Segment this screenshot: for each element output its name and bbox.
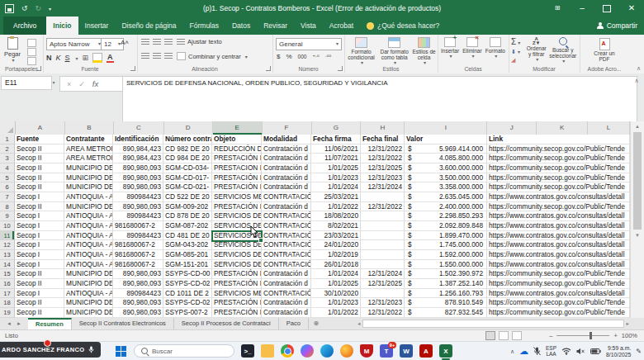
editing-button-1[interactable]: Buscar y seleccionar▾	[547, 37, 578, 64]
cell[interactable]: ANTIOQUIA - A	[64, 192, 113, 202]
cell-link[interactable]: https://www.contratos.gov.co/consultas/d…	[487, 211, 630, 221]
cell[interactable]: Contratación d	[262, 279, 311, 289]
cell[interactable]: Secop I	[15, 250, 64, 260]
cell[interactable]	[361, 250, 405, 260]
new-sheet-icon[interactable]: ⊕	[309, 318, 324, 329]
cell-valor[interactable]: $5.969.414.000	[405, 144, 487, 154]
cell[interactable]: SGM-CD-021-	[163, 182, 212, 192]
normal-view-icon[interactable]	[485, 331, 495, 340]
row-header-13[interactable]: 13	[0, 250, 15, 260]
cell[interactable]: CD 1011 DE 2	[163, 289, 212, 299]
cell-link[interactable]: https://www.contratos.gov.co/consultas/d…	[487, 260, 630, 270]
row-header-9[interactable]: 9	[0, 211, 15, 221]
share-button[interactable]: Compartir	[597, 17, 637, 35]
cell[interactable]: Secop II	[15, 163, 64, 173]
cell[interactable]: SSYPS-CD-02	[163, 298, 212, 308]
speaker-icon[interactable]	[576, 348, 585, 355]
percent-format-icon[interactable]: %	[286, 53, 291, 60]
cell[interactable]: Secop II	[15, 144, 64, 154]
increase-decimal-icon[interactable]: ⁺·⁰	[312, 54, 319, 60]
column-header-B[interactable]: B	[65, 121, 114, 135]
cell[interactable]: 1/01/2025	[311, 279, 361, 289]
clear-icon[interactable]: ◢	[511, 57, 520, 64]
styles-button-1[interactable]: Dar formato como tabla▾	[376, 37, 412, 66]
start-button[interactable]	[116, 346, 126, 357]
zoom-slider[interactable]	[556, 335, 609, 336]
column-header-L[interactable]: L	[588, 121, 630, 135]
cell[interactable]	[361, 240, 405, 250]
column-header-K[interactable]: K	[537, 121, 588, 135]
cell[interactable]: SERVICIOS DE	[212, 250, 262, 260]
cancel-entry-icon[interactable]: ×	[67, 80, 71, 88]
column-header-E[interactable]: E	[213, 121, 263, 135]
row-header-12[interactable]: 12	[0, 240, 15, 250]
cell[interactable]: CD 984 DE 20	[163, 154, 212, 163]
taskbar-word-icon[interactable]: W	[400, 344, 413, 358]
column-header-C[interactable]: C	[114, 121, 164, 135]
cell[interactable]: 11/06/2021	[311, 144, 361, 154]
header-cell-identificaci-n[interactable]: Identificación	[113, 135, 163, 144]
cell[interactable]: SGM-009-202	[163, 202, 212, 212]
sheet-tab-secop-ii-procesos-de-contratac-[interactable]: Secop II Procesos de Contratací	[174, 318, 279, 329]
cell-valor[interactable]: $1.550.000.000	[405, 260, 487, 270]
cell-valor[interactable]: $4.085.800.000	[405, 154, 487, 163]
cell-link[interactable]: https://www.contratos.gov.co/consultas/d…	[487, 231, 630, 241]
cell-link[interactable]: https://community.secop.gov.co/Public/Te…	[487, 308, 630, 318]
align-top-icon[interactable]	[141, 39, 149, 45]
taskbar-mcafee-icon[interactable]: M	[360, 344, 373, 358]
cell[interactable]: SGM-087-202	[163, 221, 212, 231]
cell-valor[interactable]: $1.592.000.000	[405, 250, 487, 260]
cell[interactable]: MUNICIPIO DE	[64, 182, 113, 192]
notification-pen-icon[interactable]: ✎	[636, 348, 642, 355]
row-header-19[interactable]: 19	[0, 308, 15, 318]
cell[interactable]: Secop I	[15, 289, 64, 299]
cell[interactable]: 890984423	[113, 231, 163, 241]
cell[interactable]: 12/31/2022	[361, 144, 405, 154]
taskbar-photos-icon[interactable]	[301, 344, 314, 358]
row-header-11[interactable]: 11	[0, 231, 15, 241]
create-pdf-button[interactable]: Crear un PDF	[590, 38, 619, 63]
cell[interactable]: PRESTACIÓN DE	[212, 154, 262, 163]
cell[interactable]: ANTIOQUIA - A	[64, 289, 113, 299]
cell[interactable]: PRESTACIÓN DE	[212, 269, 262, 279]
confirm-entry-icon[interactable]: ✓	[78, 80, 85, 88]
row-header-3[interactable]: 3	[0, 154, 15, 163]
copy-icon[interactable]	[27, 48, 36, 56]
sheet-tab-secop-ii-contratos-electronicos[interactable]: Secop II Contratos Electronicos	[72, 318, 174, 329]
minimize-button[interactable]: –	[570, 0, 594, 17]
alignment-dialog-launcher-icon[interactable]	[266, 66, 271, 71]
row-header-1[interactable]: 1	[0, 135, 15, 144]
cell[interactable]: MUNICIPIO DE	[64, 279, 113, 289]
column-header-H[interactable]: H	[361, 121, 405, 135]
taskbar-edge-icon[interactable]	[320, 344, 334, 358]
column-header-G[interactable]: G	[312, 121, 362, 135]
cell[interactable]: PRESTACIÓN DE	[212, 182, 262, 192]
save-icon[interactable]	[5, 4, 14, 13]
cell[interactable]: MUNICIPIO DE	[64, 173, 113, 183]
cell[interactable]: Secop II	[15, 173, 64, 183]
cell-valor[interactable]: $827.932.545	[405, 308, 487, 318]
cell-valor[interactable]: $1.899.470.000	[405, 231, 487, 241]
formula-input[interactable]: SERVICIOS DE DEFENSA NACIONAL, ORDEN PUB…	[122, 76, 637, 124]
vertical-scroll-thumb[interactable]	[633, 132, 642, 230]
align-middle-icon[interactable]	[153, 39, 161, 45]
cell[interactable]: SERVICIOS DE	[212, 260, 262, 270]
cell[interactable]: ANTIOQUIA - A	[64, 231, 113, 241]
cell-valor[interactable]: $1.256.160.793	[405, 289, 487, 299]
cell[interactable]: MUNICIPIO DE	[64, 202, 113, 212]
taskbar-file-explorer-icon[interactable]	[261, 344, 274, 358]
sheet-tab-resumen[interactable]: Resumen	[28, 318, 72, 329]
zoom-slider-thumb[interactable]	[590, 332, 592, 339]
row-header-7[interactable]: 7	[0, 192, 15, 202]
cell[interactable]	[361, 231, 405, 241]
collapse-ribbon-icon[interactable]: ∧	[637, 65, 641, 72]
cell[interactable]: CD 522 DE 20	[163, 192, 212, 202]
cell[interactable]: SGM-151-201	[163, 260, 212, 270]
cell[interactable]: Secop II	[15, 269, 64, 279]
cell-valor[interactable]: $1.387.252.140	[405, 279, 487, 289]
cell[interactable]: 24/01/2020	[311, 240, 361, 250]
taskbar-teams-icon[interactable]: T9+	[380, 344, 393, 358]
cell[interactable]: 11/07/2021	[311, 154, 361, 163]
taskbar-excel-icon[interactable]: X	[439, 344, 452, 358]
align-bottom-icon[interactable]	[164, 39, 173, 45]
